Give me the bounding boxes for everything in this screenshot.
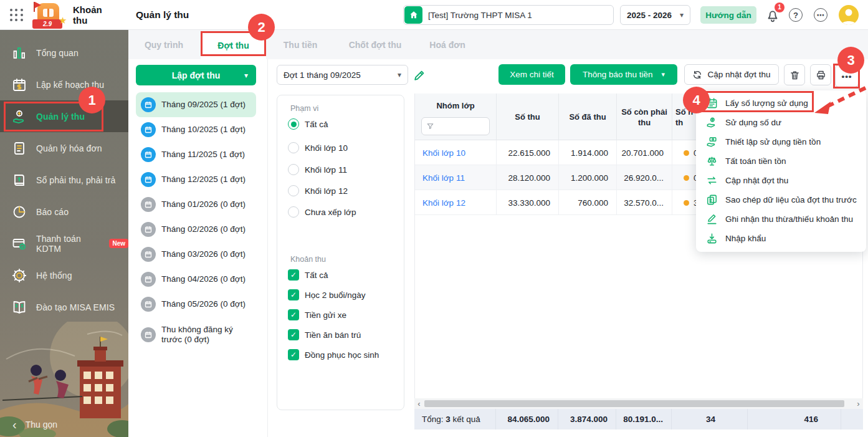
edit-period-icon[interactable] <box>413 69 426 82</box>
month-label: Tháng 05/2026 (0 đợt) <box>161 299 246 309</box>
group-filter-input[interactable] <box>421 117 490 135</box>
notification-count-badge: 1 <box>775 2 785 12</box>
tab-dot-thu[interactable]: Đợt thu <box>201 31 266 59</box>
tab-quy-trinh[interactable]: Quy trình <box>142 30 186 59</box>
month-item-03-2026[interactable]: Tháng 03/2026 (0 đợt) <box>136 242 256 267</box>
tab-chot-dot-thu[interactable]: Chốt đợt thu <box>346 30 404 59</box>
checkbox-tien-an-ban-tru[interactable]: ✓ Tiền ăn bán trú <box>288 329 361 340</box>
radio-khoi-lop-10[interactable]: Khối lớp 10 <box>288 142 348 153</box>
sidebar-item-he-thong[interactable]: Hệ thống <box>0 259 128 291</box>
period-select-value: Đợt 1 tháng 09/2025 <box>284 70 398 80</box>
sidebar-item-thanh-toan-kdtm[interactable]: Thanh toán KDTM New <box>0 228 128 259</box>
month-item-thu-khong-dang-ky-truoc[interactable]: Thu không đăng ký trước (0 đợt) <box>136 317 256 353</box>
ledger-icon <box>12 173 27 188</box>
update-period-button[interactable]: Cập nhật đợt thu <box>684 64 779 85</box>
radio-tat-ca[interactable]: Tất cả <box>288 118 328 130</box>
calendar-icon <box>141 222 156 237</box>
sidebar-item-so-phai-thu-phai-tra[interactable]: Sổ phải thu, phải trả <box>0 164 128 196</box>
checkbox-hoc-2-buoi-ngay[interactable]: ✓ Học 2 buổi/ngày <box>288 289 366 300</box>
radio-selected-icon <box>288 118 299 130</box>
radio-khoi-lop-12[interactable]: Khối lớp 12 <box>288 185 348 196</box>
month-item-09-2025[interactable]: Tháng 09/2025 (1 đợt) <box>136 92 256 117</box>
school-selector[interactable]: [Test] Trường THPT MISA 1 <box>403 5 614 25</box>
month-item-12-2025[interactable]: Tháng 12/2025 (1 đợt) <box>136 167 256 192</box>
print-button[interactable] <box>810 64 831 85</box>
column-header-so-con-phai-thu[interactable]: Số còn phải thu <box>617 94 672 140</box>
scroll-left-icon[interactable]: ‹ <box>414 398 424 409</box>
notify-collect-button[interactable]: Thông báo thu tiền ▾ <box>570 64 677 85</box>
sidebar-item-lap-ke-hoach-thu[interactable]: Lập kế hoạch thu <box>0 69 128 100</box>
sidebar-item-label: Lập kế hoạch thu <box>36 80 104 90</box>
logo-version-ribbon: 2.9 <box>32 19 62 29</box>
total-col5: 34 <box>672 409 748 430</box>
tab-thu-tien[interactable]: Thu tiền <box>282 30 319 59</box>
scroll-right-icon[interactable]: › <box>854 398 863 409</box>
menu-item-label: Sao chép dữ liệu của đợt thu trước <box>725 195 857 204</box>
calendar-icon <box>141 122 156 137</box>
radio-icon <box>288 164 299 175</box>
menu-item-cap-nhat-dot-thu[interactable]: Cập nhật đợt thu <box>696 171 866 190</box>
create-period-label: Lập đợt thu <box>172 70 221 80</box>
school-year-select[interactable]: 2025 - 2026 ▾ <box>620 5 690 25</box>
scope-group-label: Phạm vi <box>290 104 318 113</box>
copy-icon <box>706 194 718 206</box>
notify-collect-label: Thông báo thu tiền <box>583 70 653 79</box>
help-icon[interactable]: ? <box>789 8 803 22</box>
top-bar: 2.9 ★ Khoản thu Quản lý thu [Test] Trườn… <box>0 0 868 30</box>
more-actions-button[interactable]: ••• <box>835 65 859 87</box>
sidebar-item-tong-quan[interactable]: Tổng quan <box>0 37 128 69</box>
group-link[interactable]: Khối lớp 12 <box>415 190 497 215</box>
sidebar-item-quan-ly-thu[interactable]: Quản lý thu <box>0 100 128 132</box>
scrollbar-thumb[interactable] <box>424 400 844 407</box>
group-link[interactable]: Khối lớp 11 <box>415 165 497 190</box>
collapse-sidebar-button[interactable]: ‹ Thu gọn <box>12 420 57 430</box>
delete-button[interactable] <box>784 64 805 85</box>
menu-item-tat-toan-tien-ton[interactable]: Tất toán tiền tồn <box>696 151 866 171</box>
radio-khoi-lop-11[interactable]: Khối lớp 11 <box>288 164 347 175</box>
chevron-down-icon: ▾ <box>662 70 665 79</box>
sidebar-item-quan-ly-hoa-don[interactable]: Quản lý hóa đơn <box>0 132 128 164</box>
menu-item-label: Lấy số lượng sử dụng <box>725 98 808 108</box>
month-item-04-2026[interactable]: Tháng 04/2026 (0 đợt) <box>136 267 256 292</box>
checkbox-dong-phuc-hoc-sinh[interactable]: ✓ Đồng phục học sinh <box>288 349 379 360</box>
sidebar-item-bao-cao[interactable]: Báo cáo <box>0 196 128 228</box>
tab-hoa-don[interactable]: Hoá đơn <box>429 30 466 59</box>
month-item-05-2026[interactable]: Tháng 05/2026 (0 đợt) <box>136 292 256 317</box>
horizontal-scrollbar[interactable]: ‹ › <box>414 398 863 409</box>
menu-item-ghi-nhan-thu-thua-thieu[interactable]: Ghi nhận thu thừa/thiếu khoản thu <box>696 209 866 229</box>
menu-item-thiet-lap-su-dung-tien-ton[interactable]: Thiết lập sử dụng tiền tồn <box>696 132 866 151</box>
guide-button[interactable]: Hướng dẫn <box>700 6 756 24</box>
menu-item-label: Tất toán tiền tồn <box>725 156 786 166</box>
status-dot-icon <box>684 175 689 181</box>
menu-item-sao-chep-du-lieu[interactable]: Sao chép dữ liệu của đợt thu trước <box>696 190 866 209</box>
month-item-01-2026[interactable]: Tháng 01/2026 (0 đợt) <box>136 192 256 217</box>
column-header-so-da-thu[interactable]: Số đã thu <box>559 94 617 140</box>
fee-group-label: Khoản thu <box>290 255 326 264</box>
checkbox-tat-ca[interactable]: ✓ Tất cả <box>288 269 328 281</box>
month-label: Tháng 03/2026 (0 đợt) <box>161 249 246 259</box>
period-select[interactable]: Đợt 1 tháng 09/2025 ▾ <box>277 65 408 85</box>
month-item-11-2025[interactable]: Tháng 11/2025 (1 đợt) <box>136 142 256 167</box>
menu-item-su-dung-so-du[interactable]: Sử dụng số dư <box>696 113 866 132</box>
month-item-10-2025[interactable]: Tháng 10/2025 (1 đợt) <box>136 117 256 142</box>
menu-item-nhap-khau[interactable]: Nhập khẩu <box>696 229 866 248</box>
view-detail-button[interactable]: Xem chi tiết <box>498 64 565 85</box>
menu-item-label: Cập nhật đợt thu <box>725 176 788 185</box>
more-menu-icon[interactable]: ⋯ <box>814 8 827 22</box>
chevron-down-icon: ▾ <box>398 70 401 79</box>
pencil-icon <box>706 213 718 225</box>
total-label: Tổng: 3 kết quả <box>414 409 496 430</box>
checkbox-tien-gui-xe[interactable]: ✓ Tiền gửi xe <box>288 309 346 320</box>
app-grid-icon[interactable] <box>10 9 24 22</box>
month-item-02-2026[interactable]: Tháng 02/2026 (0 đợt) <box>136 217 256 242</box>
column-header-nhom-lop[interactable]: Nhóm lớp <box>415 94 497 140</box>
calendar-money-icon <box>12 77 27 92</box>
tabs-bar: Quy trình Đợt thu Thu tiền Chốt đợt thu … <box>128 30 868 59</box>
group-link[interactable]: Khối lớp 10 <box>415 140 497 165</box>
column-header-so-thu[interactable]: Số thu <box>497 94 559 140</box>
menu-item-lay-so-luong-su-dung[interactable]: Lấy số lượng sử dụng <box>696 94 866 113</box>
create-period-button[interactable]: Lập đợt thu ▾ <box>136 65 256 85</box>
sidebar-item-dao-tao-misa-emis[interactable]: Đào tạo MISA EMIS <box>0 291 128 323</box>
radio-chua-xep-lop[interactable]: Chưa xếp lớp <box>288 206 356 218</box>
user-avatar[interactable] <box>839 5 859 25</box>
